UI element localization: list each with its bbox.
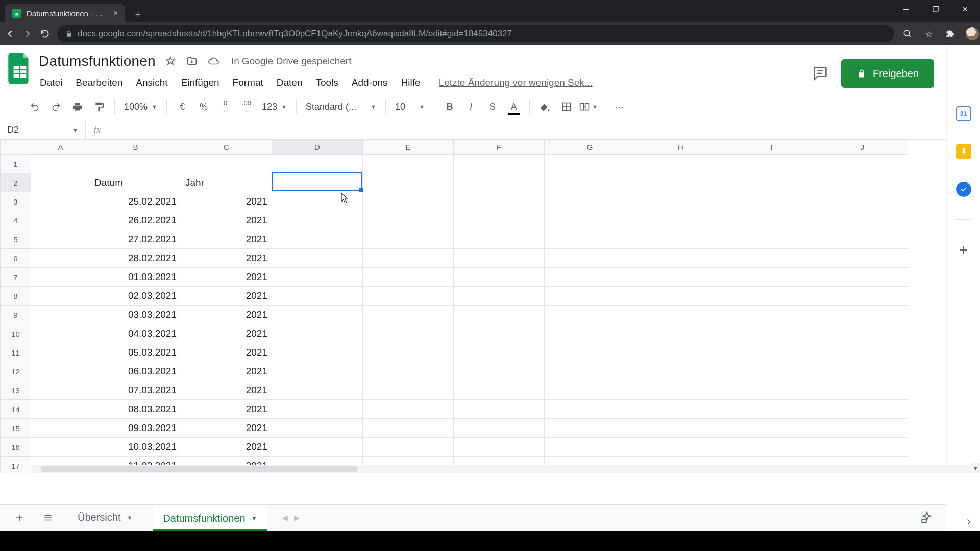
column-header-F[interactable]: F [454, 140, 545, 155]
menu-tools[interactable]: Tools [315, 77, 338, 88]
cell-D10[interactable] [272, 324, 363, 343]
sheet-nav-left-icon[interactable]: ◀ [282, 514, 288, 522]
cell-A3[interactable] [31, 192, 90, 211]
calendar-sideapp-icon[interactable]: 31 [956, 106, 971, 121]
cell-J13[interactable] [817, 381, 908, 400]
column-header-I[interactable]: I [726, 140, 817, 155]
formula-input[interactable] [109, 120, 980, 139]
cell-F11[interactable] [454, 343, 545, 362]
name-box[interactable]: D2▼ [0, 120, 86, 139]
row-header[interactable]: 1 [1, 155, 31, 173]
increase-decimal-button[interactable]: .00→ [237, 97, 256, 116]
last-edit-link[interactable]: Letzte Änderung vor wenigen Sek... [439, 77, 593, 88]
column-header-J[interactable]: J [817, 140, 908, 155]
cell-C4[interactable]: 2021 [181, 211, 272, 230]
cell-G15[interactable] [545, 419, 635, 438]
menu-help[interactable]: Hilfe [401, 77, 421, 88]
sheet-tab-overview[interactable]: Übersicht▼ [67, 505, 142, 531]
sheets-logo-icon[interactable] [6, 50, 34, 87]
row-header[interactable]: 12 [1, 362, 31, 381]
cell-B10[interactable]: 04.03.2021 [90, 324, 181, 343]
cell-A1[interactable] [31, 155, 90, 173]
cell-I12[interactable] [726, 362, 817, 381]
cell-J8[interactable] [817, 287, 908, 306]
row-header[interactable]: 8 [1, 287, 31, 306]
cell-G3[interactable] [545, 192, 635, 211]
borders-button[interactable] [557, 97, 576, 116]
cell-C12[interactable]: 2021 [181, 362, 272, 381]
cell-D12[interactable] [272, 362, 363, 381]
cell-D11[interactable] [272, 343, 363, 362]
explore-button[interactable] [918, 509, 936, 527]
cell-C10[interactable]: 2021 [181, 324, 272, 343]
italic-button[interactable]: I [462, 97, 480, 116]
nav-back-icon[interactable] [5, 28, 15, 40]
browser-profile-avatar[interactable] [966, 27, 979, 40]
cell-D13[interactable] [272, 381, 363, 400]
browser-tab[interactable]: Datumsfunktionen - Google Tab × [5, 4, 125, 22]
cell-A4[interactable] [31, 211, 90, 230]
cell-A13[interactable] [31, 381, 90, 400]
row-header[interactable]: 17 [1, 457, 31, 474]
cell-B7[interactable]: 01.03.2021 [90, 268, 181, 287]
cell-F10[interactable] [454, 324, 545, 343]
cell-J5[interactable] [817, 230, 908, 249]
cell-E10[interactable] [363, 324, 454, 343]
window-maximize-icon[interactable]: ❐ [921, 0, 950, 18]
cell-G6[interactable] [545, 249, 635, 268]
zoom-select[interactable]: 100%▼ [121, 102, 160, 112]
side-panel-expand-icon[interactable]: › [967, 514, 971, 529]
cell-G2[interactable] [545, 173, 635, 192]
cell-I6[interactable] [726, 249, 817, 268]
cell-G5[interactable] [545, 230, 635, 249]
cell-J15[interactable] [817, 419, 908, 438]
document-title[interactable]: Datumsfunktionen [39, 53, 156, 69]
menu-insert[interactable]: Einfügen [181, 77, 219, 88]
cell-J4[interactable] [817, 211, 908, 230]
bold-button[interactable]: B [440, 97, 459, 116]
cell-A12[interactable] [31, 362, 90, 381]
cell-B2[interactable]: Datum [90, 173, 181, 192]
tasks-sideapp-icon[interactable] [956, 182, 971, 197]
zoom-icon[interactable] [901, 28, 914, 40]
more-toolbar-icon[interactable]: ⋯ [610, 97, 629, 116]
redo-icon[interactable] [47, 97, 65, 116]
cell-H1[interactable] [635, 155, 726, 173]
menu-data[interactable]: Daten [277, 77, 303, 88]
row-header[interactable]: 9 [1, 306, 31, 324]
cell-C3[interactable]: 2021 [181, 192, 272, 211]
star-icon[interactable] [164, 55, 177, 68]
cell-F15[interactable] [454, 419, 545, 438]
cell-B12[interactable]: 06.03.2021 [90, 362, 181, 381]
cell-I11[interactable] [726, 343, 817, 362]
cell-H7[interactable] [635, 268, 726, 287]
cell-J14[interactable] [817, 400, 908, 419]
row-header[interactable]: 15 [1, 419, 31, 438]
cell-E11[interactable] [363, 343, 454, 362]
cell-B1[interactable] [90, 155, 181, 173]
row-header[interactable]: 3 [1, 192, 31, 211]
sheet-nav-right-icon[interactable]: ▶ [294, 514, 300, 522]
cell-H11[interactable] [635, 343, 726, 362]
cell-C13[interactable]: 2021 [181, 381, 272, 400]
cell-B16[interactable]: 10.03.2021 [90, 438, 181, 457]
menu-view[interactable]: Ansicht [136, 77, 167, 88]
text-color-button[interactable]: A [505, 97, 523, 116]
cell-A11[interactable] [31, 343, 90, 362]
cell-G8[interactable] [545, 287, 635, 306]
cell-G10[interactable] [545, 324, 635, 343]
cell-D15[interactable] [272, 419, 363, 438]
cell-F16[interactable] [454, 438, 545, 457]
cell-J11[interactable] [817, 343, 908, 362]
cell-I4[interactable] [726, 211, 817, 230]
cell-I16[interactable] [726, 438, 817, 457]
menu-addons[interactable]: Add-ons [352, 77, 388, 88]
cell-D2[interactable] [272, 173, 363, 192]
cell-F9[interactable] [454, 306, 545, 324]
row-header[interactable]: 10 [1, 324, 31, 343]
cell-G12[interactable] [545, 362, 635, 381]
cell-F12[interactable] [454, 362, 545, 381]
cell-J10[interactable] [817, 324, 908, 343]
cell-I13[interactable] [726, 381, 817, 400]
cell-H10[interactable] [635, 324, 726, 343]
